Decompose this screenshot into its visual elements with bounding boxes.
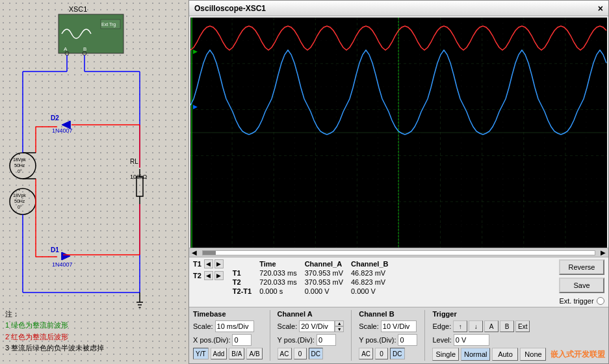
trigger-normal-button[interactable]: Normal <box>461 348 490 361</box>
svg-text:18Vpk: 18Vpk <box>13 193 26 198</box>
osc-title: Oscilloscope-XSC1 <box>194 4 266 13</box>
svg-text:XSC1: XSC1 <box>69 5 88 13</box>
cha-ac-button[interactable]: AC <box>278 348 292 359</box>
circuit-panel: Ext Trg A B XSC1 D2 1N4007 D1 1N4007 RL … <box>0 0 188 364</box>
svg-text:50Hz: 50Hz <box>14 199 25 203</box>
trigger-auto-button[interactable]: Auto <box>492 348 518 361</box>
divider-2 <box>351 310 352 361</box>
diff-cha: 0.000 V <box>301 287 347 296</box>
trigger-ext-button[interactable]: Ext <box>515 320 530 332</box>
trigger-rise-button[interactable]: ↑ <box>453 320 467 332</box>
control-panel: Timebase Scale: X pos.(Div): Y/T Add B/A… <box>189 307 608 363</box>
svg-text:0°: 0° <box>18 169 22 174</box>
cha-header: Channel_A <box>301 259 347 268</box>
t2-right-button[interactable]: ▶ <box>214 271 224 280</box>
timebase-label: Timebase <box>193 310 263 318</box>
measurement-panel: T1 ◀ ▶ T2 ◀ ▶ Time Channel_A Channel_B <box>189 257 608 307</box>
chb-scale-input[interactable] <box>381 320 417 332</box>
t1-cha: 370.953 mV <box>301 268 347 278</box>
cha-scale-spin: ▲ ▼ <box>299 320 344 332</box>
svg-marker-13 <box>62 252 70 260</box>
t1-right-button[interactable]: ▶ <box>214 259 224 268</box>
timebase-ba-button[interactable]: B/A <box>229 348 244 359</box>
svg-text:Ext Trg: Ext Trg <box>101 22 116 27</box>
svg-text:D2: D2 <box>51 114 59 122</box>
chb-header: Channel_B <box>347 259 392 268</box>
t2-cursor-row: T2 ◀ ▶ <box>193 271 224 280</box>
svg-text:RL: RL <box>130 158 138 165</box>
trigger-none-button[interactable]: None <box>520 348 546 361</box>
trigger-mode-row: Single Normal Auto None <box>432 348 546 361</box>
osc-titlebar: Oscilloscope-XSC1 × <box>189 1 608 16</box>
timebase-xpos-input[interactable] <box>232 334 252 346</box>
trigger-a-button[interactable]: A <box>484 320 499 332</box>
chb-ypos-label: Y pos.(Div): <box>359 336 396 344</box>
diff-chb: 0.000 V <box>347 287 392 296</box>
scrollbar-track[interactable] <box>202 250 595 255</box>
ext-trigger-radio[interactable] <box>597 297 604 305</box>
t1-chb: 46.823 mV <box>347 268 392 278</box>
divider-1 <box>270 310 270 361</box>
trigger-edge-label: Edge: <box>432 322 451 330</box>
timebase-ab-button[interactable]: A/B <box>246 348 262 359</box>
scrollbar-thumb[interactable] <box>203 251 216 255</box>
osc-close-button[interactable]: × <box>598 3 603 14</box>
chb-mode-row: AC 0 DC <box>359 348 417 359</box>
svg-text:18Vpk: 18Vpk <box>13 157 26 162</box>
t2-time: 720.033 ms <box>255 278 300 287</box>
t1-label: T1 <box>193 260 201 268</box>
cha-scale-down[interactable]: ▼ <box>335 326 344 332</box>
svg-text:D1: D1 <box>51 246 59 254</box>
svg-text:1N4007: 1N4007 <box>52 261 73 268</box>
t2-chb: 46.823 mV <box>347 278 392 287</box>
chb-dc-button[interactable]: DC <box>390 348 404 359</box>
t2-row-label: T2 <box>229 278 255 287</box>
cha-scale-spinbtns: ▲ ▼ <box>335 320 344 332</box>
cha-scale-row: Scale: ▲ ▼ <box>278 320 344 332</box>
scroll-left-arrow[interactable]: ◀ <box>192 249 197 256</box>
cha-dc-button[interactable]: DC <box>309 348 323 359</box>
time-header: Time <box>255 259 300 268</box>
cha-scale-input[interactable] <box>299 320 335 332</box>
t2-label: T2 <box>193 272 201 280</box>
timebase-scale-input[interactable] <box>215 320 254 332</box>
chb-ypos-row: Y pos.(Div): <box>359 334 417 346</box>
trigger-single-button[interactable]: Single <box>432 348 459 361</box>
trigger-level-row: Level: <box>432 334 546 346</box>
chb-ypos-input[interactable] <box>398 334 417 346</box>
trigger-b-button[interactable]: B <box>500 320 514 332</box>
reverse-button[interactable]: Reverse <box>559 259 604 275</box>
trigger-level-input[interactable] <box>454 334 489 346</box>
cha-ypos-input[interactable] <box>317 334 336 346</box>
channel-b-section: Channel B Scale: Y pos.(Div): AC 0 DC <box>359 310 417 361</box>
timebase-section: Timebase Scale: X pos.(Div): Y/T Add B/A… <box>193 310 263 361</box>
cha-ypos-label: Y pos.(Div): <box>278 336 315 344</box>
ext-trigger-section: Ext. trigger <box>559 297 604 305</box>
cha-ypos-row: Y pos.(Div): <box>278 334 344 346</box>
svg-text:▶: ▶ <box>193 103 198 110</box>
t2-left-button[interactable]: ◀ <box>204 271 213 280</box>
cha-scale-up[interactable]: ▲ <box>335 320 344 326</box>
osc-screen: ▶ ▶ <box>190 18 607 248</box>
chb-ac-button[interactable]: AC <box>359 348 373 359</box>
timebase-add-button[interactable]: Add <box>211 348 227 359</box>
timebase-mode-row: Y/T Add B/A A/B <box>193 348 263 359</box>
t1-row-label: T1 <box>229 268 255 278</box>
scroll-right-arrow[interactable]: ▶ <box>601 249 606 256</box>
chb-0-button[interactable]: 0 <box>375 348 388 359</box>
svg-text:~: ~ <box>17 187 20 193</box>
trigger-edge-buttons: ↑ ↓ A B Ext <box>453 320 530 332</box>
osc-scrollbar[interactable]: ◀ ▶ <box>189 248 608 257</box>
t1-left-button[interactable]: ◀ <box>204 259 213 268</box>
t1-cursor-row: T1 ◀ ▶ <box>193 259 224 268</box>
divider-3 <box>424 310 425 361</box>
timebase-scale-label: Scale: <box>193 322 213 330</box>
svg-text:50Hz: 50Hz <box>14 163 25 168</box>
cha-0-button[interactable]: 0 <box>294 348 307 359</box>
trigger-fall-button[interactable]: ↓ <box>469 320 483 332</box>
chb-scale-label: Scale: <box>359 322 379 330</box>
save-button[interactable]: Save <box>559 278 604 293</box>
trigger-edge-row: Edge: ↑ ↓ A B Ext <box>432 320 546 332</box>
trigger-label: Trigger <box>432 310 546 318</box>
timebase-yt-button[interactable]: Y/T <box>193 348 209 359</box>
